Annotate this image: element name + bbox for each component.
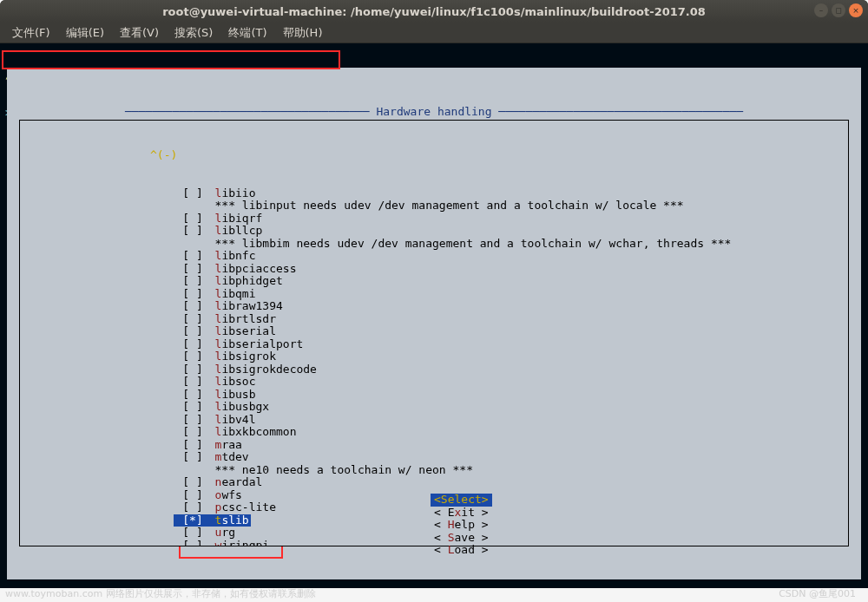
item-label: libusbgx <box>215 401 270 414</box>
panel-title-text: Hardware handling <box>376 105 491 118</box>
checkbox[interactable]: [ ] <box>174 414 215 427</box>
list-item[interactable]: [ ] libiio <box>37 187 831 200</box>
list-item[interactable]: [ ] libsigrokdecode <box>37 363 831 376</box>
item-label: libiqrf <box>215 213 263 226</box>
select-button[interactable]: <Select> <box>431 494 492 507</box>
checkbox[interactable]: [ ] <box>174 338 215 351</box>
item-label: *** ne10 needs a toolchain w/ neon *** <box>215 464 473 477</box>
item-label: libphidget <box>215 275 283 288</box>
checkbox[interactable]: [ ] <box>174 350 215 363</box>
checkbox[interactable]: [ ] <box>174 451 215 464</box>
item-label: *** libmbim needs udev /dev management a… <box>215 238 732 251</box>
checkbox[interactable]: [ ] <box>174 213 215 226</box>
list-item[interactable]: [ ] libserial <box>37 325 831 338</box>
window-title: root@yuwei-virtual-machine: /home/yuwei/… <box>0 5 868 18</box>
exit-button[interactable]: < Exit > <box>431 507 492 520</box>
item-label: libpciaccess <box>215 263 297 276</box>
checkbox <box>174 200 215 213</box>
checkbox[interactable]: [ ] <box>174 275 215 288</box>
item-label: libserialport <box>215 338 304 351</box>
item-label: libsigrokdecode <box>215 363 317 376</box>
checkbox <box>174 464 215 477</box>
checkbox[interactable]: [ ] <box>174 325 215 338</box>
panel-title: ──────────────────────────────────── Har… <box>7 106 861 119</box>
item-label: librtlsdr <box>215 313 276 326</box>
menu-edit[interactable]: 编辑(E) <box>61 23 109 43</box>
checkbox <box>174 238 215 251</box>
list-item[interactable]: [ ] libpciaccess <box>37 263 831 276</box>
checkbox[interactable]: [ ] <box>174 401 215 414</box>
list-comment: *** ne10 needs a toolchain w/ neon *** <box>37 464 831 477</box>
footer-note: www.toymoban.com 网络图片仅供展示，非存储，如有侵权请联系删除 <box>5 587 316 600</box>
terminal-area[interactable]: /home/yuwei/linux/f1c100s/mainlinux/buil… <box>0 43 868 588</box>
menu-view[interactable]: 查看(V) <box>115 23 164 43</box>
titlebar: root@yuwei-virtual-machine: /home/yuwei/… <box>0 0 868 23</box>
help-button[interactable]: < Help > <box>431 519 492 532</box>
terminal-window: root@yuwei-virtual-machine: /home/yuwei/… <box>0 0 868 588</box>
item-label: libxkbcommon <box>215 426 297 439</box>
menu-search[interactable]: 搜索(S) <box>169 23 218 43</box>
checkbox[interactable]: [ ] <box>174 363 215 376</box>
menu-file[interactable]: 文件(F) <box>7 23 56 43</box>
item-label: libiio <box>215 187 256 200</box>
csdn-watermark: CSDN @鱼尾001 <box>779 587 856 600</box>
list-item[interactable]: [ ] libv4l <box>37 414 831 427</box>
item-label: mtdev <box>215 451 249 464</box>
checkbox[interactable]: [ ] <box>174 313 215 326</box>
checkbox[interactable]: [ ] <box>174 225 215 238</box>
list-item[interactable]: [ ] libxkbcommon <box>37 426 831 439</box>
item-label: libv4l <box>215 414 256 427</box>
list-item[interactable]: [ ] libnfc <box>37 250 831 263</box>
item-label: libnfc <box>215 250 256 263</box>
item-label: libraw1394 <box>215 300 283 313</box>
list-item[interactable]: [ ] libserialport <box>37 338 831 351</box>
checkbox[interactable]: [ ] <box>174 263 215 276</box>
list-item[interactable]: [ ] libusbgx <box>37 401 831 414</box>
window-controls: – ◻ × <box>814 3 863 17</box>
minimize-button[interactable]: – <box>814 3 828 17</box>
scroll-hint-top: ^(-) <box>37 149 831 162</box>
menu-help[interactable]: 帮助(H) <box>278 23 328 43</box>
checkbox[interactable]: [ ] <box>174 439 215 452</box>
item-label: mraa <box>215 439 242 452</box>
list-item[interactable]: [ ] libsoc <box>37 376 831 389</box>
list-comment: *** libmbim needs udev /dev management a… <box>37 238 831 251</box>
item-label: libsigrok <box>215 350 276 363</box>
list-item[interactable]: [ ] libraw1394 <box>37 300 831 313</box>
highlight-box-breadcrumb <box>2 50 340 69</box>
item-label: libsoc <box>215 376 256 389</box>
button-bar: <Select> < Exit > < Help > < Save > < Lo… <box>7 481 861 570</box>
checkbox[interactable]: [ ] <box>174 426 215 439</box>
menubar: 文件(F) 编辑(E) 查看(V) 搜索(S) 终端(T) 帮助(H) <box>0 23 868 43</box>
menuconfig-panel: ──────────────────────────────────── Har… <box>7 68 861 579</box>
checkbox[interactable]: [ ] <box>174 389 215 402</box>
list-item[interactable]: [ ] libqmi <box>37 288 831 301</box>
checkbox[interactable]: [ ] <box>174 250 215 263</box>
item-label: libqmi <box>215 288 256 301</box>
list-item[interactable]: [ ] librtlsdr <box>37 313 831 326</box>
item-label: *** libinput needs udev /dev management … <box>215 200 684 213</box>
checkbox[interactable]: [ ] <box>174 300 215 313</box>
close-button[interactable]: × <box>849 3 863 17</box>
list-comment: *** libinput needs udev /dev management … <box>37 200 831 213</box>
item-label: libusb <box>215 389 256 402</box>
save-button[interactable]: < Save > <box>431 532 492 545</box>
list-item[interactable]: [ ] libphidget <box>37 275 831 288</box>
item-label: libserial <box>215 325 276 338</box>
maximize-button[interactable]: ◻ <box>832 3 845 17</box>
list-item[interactable]: [ ] libiqrf <box>37 213 831 226</box>
load-button[interactable]: < Load > <box>431 544 492 557</box>
menu-terminal[interactable]: 终端(T) <box>223 23 272 43</box>
list-item[interactable]: [ ] libsigrok <box>37 350 831 363</box>
list-item[interactable]: [ ] mraa <box>37 439 831 452</box>
list-item[interactable]: [ ] mtdev <box>37 451 831 464</box>
list-item[interactable]: [ ] libusb <box>37 389 831 402</box>
checkbox[interactable]: [ ] <box>174 187 215 200</box>
checkbox[interactable]: [ ] <box>174 288 215 301</box>
checkbox[interactable]: [ ] <box>174 376 215 389</box>
item-label: libllcp <box>215 225 263 238</box>
list-item[interactable]: [ ] libllcp <box>37 225 831 238</box>
